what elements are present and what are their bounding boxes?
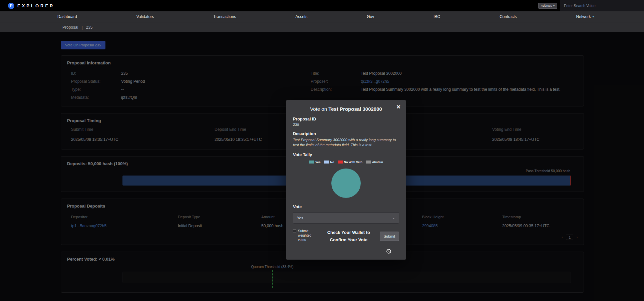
nav-item-transactions[interactable]: Transactions (213, 14, 236, 19)
weighted-votes-label: Submit weighted votes (298, 229, 318, 242)
blocked-cursor-icon (386, 249, 391, 254)
address-type-dropdown[interactable]: Address ▾ (538, 3, 557, 9)
legend-item-abstain: Abstain (366, 161, 383, 164)
top-bar: P EXPLORER Address ▾ (0, 0, 644, 11)
caret-down-icon: ▾ (592, 15, 594, 18)
nav-item-network[interactable]: Network ▾ (576, 14, 594, 19)
vote-tally-label: Vote Tally (293, 153, 399, 157)
yes-swatch-icon (309, 161, 314, 164)
caret-down-icon: ▾ (553, 4, 555, 7)
description-text: Test Proposal Summary 3002000 with a rea… (293, 137, 399, 147)
nav-item-ibc[interactable]: IBC (433, 14, 440, 19)
explorer-app: P EXPLORER Address ▾ Dashboard Validator… (0, 0, 644, 301)
close-icon[interactable]: ✕ (396, 104, 401, 110)
tally-legend: Yes No No With Veto Abstain (293, 161, 399, 164)
breadcrumb-proposal-id: 235 (86, 25, 93, 30)
legend-item-no-with-veto: No With Veto (338, 161, 362, 164)
vote-modal-title: Vote on Test Proposal 3002000 (293, 106, 399, 112)
vote-modal: Vote on Test Proposal 3002000 ✕ Proposal… (286, 100, 406, 260)
app-logo[interactable]: P EXPLORER (8, 3, 55, 9)
top-bar-right: Address ▾ (538, 0, 644, 11)
breadcrumb-separator: | (81, 25, 82, 30)
nav-item-gov[interactable]: Gov (367, 14, 374, 19)
proposal-id-label: Proposal ID (293, 117, 399, 121)
tally-pie (331, 169, 361, 198)
address-dropdown-label: Address (541, 4, 552, 7)
no-swatch-icon (324, 161, 329, 164)
abstain-swatch-icon (366, 161, 371, 164)
description-label: Description (293, 131, 399, 136)
weighted-votes-checkbox[interactable] (293, 230, 296, 233)
wallet-confirm-text: Check Your Wallet to Confirm Your Vote (320, 229, 377, 244)
no-with-veto-swatch-icon (338, 161, 343, 164)
breadcrumb-proposal-link[interactable]: Proposal (62, 25, 78, 30)
weighted-votes-option[interactable]: Submit weighted votes (293, 229, 318, 242)
submit-vote-button[interactable]: Submit (380, 232, 399, 241)
nav-item-assets[interactable]: Assets (295, 14, 307, 19)
nav-item-dashboard[interactable]: Dashboard (57, 14, 77, 19)
chevron-down-icon: ⌄ (392, 216, 395, 220)
breadcrumb: Proposal | 235 (0, 22, 644, 32)
logo-p-icon: P (8, 3, 14, 9)
proposal-id-value: 235 (293, 122, 399, 126)
legend-item-yes: Yes (309, 161, 321, 164)
vote-select-value: Yes (297, 216, 303, 220)
vote-modal-footer: Submit weighted votes Check Your Wallet … (293, 229, 399, 244)
logo-text: EXPLORER (17, 3, 55, 8)
vote-label: Vote (293, 205, 399, 209)
legend-item-no: No (324, 161, 334, 164)
main-nav: Dashboard Validators Transactions Assets… (0, 11, 644, 22)
nav-item-validators[interactable]: Validators (136, 14, 154, 19)
vote-select[interactable]: Yes ⌄ (293, 212, 399, 224)
nav-item-contracts[interactable]: Contracts (500, 14, 517, 19)
search-input[interactable] (560, 0, 644, 11)
